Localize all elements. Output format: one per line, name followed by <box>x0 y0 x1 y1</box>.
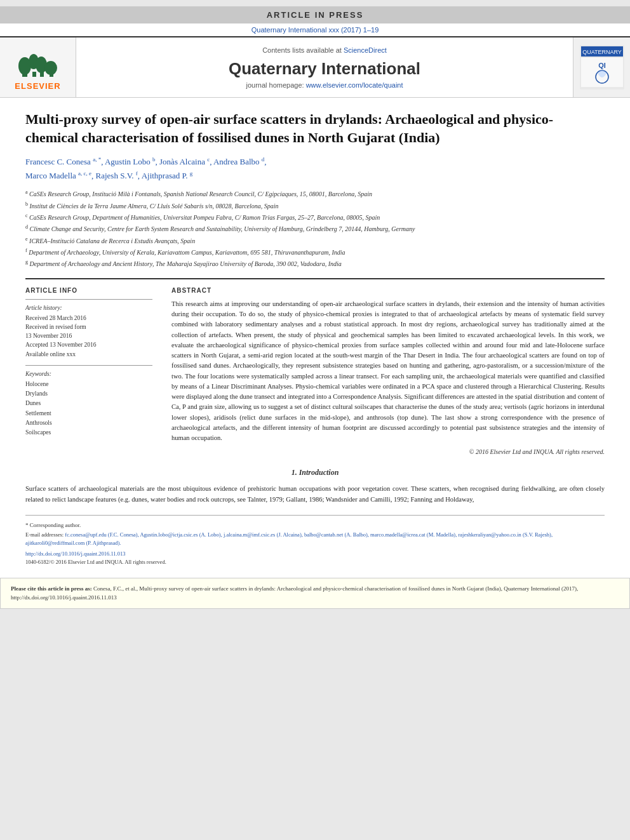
corresponding-author-note: * Corresponding author. <box>25 522 605 528</box>
keyword-soilscapes: Soilscapes <box>25 428 152 437</box>
article-in-press-banner: ARTICLE IN PRESS <box>0 6 630 23</box>
authors-line: Francesc C. Conesa a, *, Agustin Lobo b,… <box>25 154 605 182</box>
citation-bar-text: Conesa, F.C., et al., Multi-proxy survey… <box>11 585 578 601</box>
main-content: Multi-proxy survey of open-air surface s… <box>0 98 630 578</box>
homepage-url[interactable]: www.elsevier.com/locate/quaint <box>306 81 403 89</box>
affil-f: f Department of Archaeology, University … <box>25 247 605 257</box>
keywords-label: Keywords: <box>25 371 152 377</box>
page: ARTICLE IN PRESS Quaternary Internationa… <box>0 6 630 609</box>
journal-ref-text: Quaternary International xxx (2017) 1–19 <box>251 26 379 34</box>
affil-c: c CaSEs Research Group, Department of Hu… <box>25 212 605 222</box>
history-label: Article history: <box>25 305 152 311</box>
email-label: E-mail addresses: <box>25 531 64 538</box>
affiliations-block: a CaSEs Research Group, Institució Milà … <box>25 189 605 269</box>
citation-bar-label: Please cite this article in press as: <box>11 585 93 592</box>
keyword-anthrosols: Anthrosols <box>25 418 152 428</box>
introduction-section: 1. Introduction Surface scatters of arch… <box>25 468 605 505</box>
sciencedirect-link[interactable]: ScienceDirect <box>344 46 387 54</box>
author-rajesh: Rajesh S.V. f, <box>96 171 140 180</box>
issn-line: 1040-6182/© 2016 Elsevier Ltd and INQUA.… <box>25 559 605 565</box>
header-divider <box>25 278 605 279</box>
elsevier-tree-icon <box>16 44 60 79</box>
affil-b: b Institut de Ciències de la Terra Jaume… <box>25 201 605 211</box>
journal-center-block: Contents lists available at ScienceDirec… <box>76 37 573 97</box>
author-conesa: Francesc C. Conesa a, *, <box>25 157 103 166</box>
affil-d: d Climate Change and Security, Centre fo… <box>25 223 605 234</box>
affil-a: a CaSEs Research Group, Institució Milà … <box>25 189 605 199</box>
keyword-settlement: Settlement <box>25 409 152 418</box>
revised-date: 13 November 2016 <box>25 331 152 340</box>
qi-journal-logo-icon: QUATERNARY QI <box>580 45 624 90</box>
sciencedirect-line: Contents lists available at ScienceDirec… <box>262 46 387 54</box>
author-balbo: Andrea Balbo d, <box>213 157 267 166</box>
doi-line[interactable]: http://dx.doi.org/10.1016/j.quaint.2016.… <box>25 550 605 557</box>
article-info-label: ARTICLE INFO <box>25 287 152 294</box>
homepage-line: journal homepage: www.elsevier.com/locat… <box>246 81 403 89</box>
keywords-block: Keywords: Holocene Drylands Dunes Settle… <box>25 365 152 437</box>
available-online: Available online xxx <box>25 350 152 359</box>
copyright-line: © 2016 Elsevier Ltd and INQUA. All right… <box>171 448 605 455</box>
author-madella: Marco Madella a, c, e, <box>25 171 93 180</box>
abstract-label: ABSTRACT <box>171 287 605 294</box>
svg-rect-5 <box>32 72 36 77</box>
accepted-date: Accepted 13 November 2016 <box>25 340 152 349</box>
affil-g: g Department of Archaeology and Ancient … <box>25 258 605 269</box>
revised-label: Received in revised form <box>25 323 152 331</box>
abstract-column: ABSTRACT This research aims at improving… <box>171 287 605 456</box>
abstract-text: This research aims at improving our unde… <box>171 299 605 444</box>
author-ajithprasad: Ajithprasad P. g <box>142 171 193 180</box>
article-history-block: Article history: Received 28 March 2016 … <box>25 299 152 359</box>
received-date: Received 28 March 2016 <box>25 314 152 323</box>
elsevier-logo-block: ELSEVIER <box>0 37 76 97</box>
email-addresses-block: E-mail addresses: fc.conesa@upf.edu (F.C… <box>25 531 605 547</box>
author-lobo: Agustin Lobo b, <box>105 157 158 166</box>
citation-bar: Please cite this article in press as: Co… <box>0 578 630 609</box>
contents-available-text: Contents lists available at <box>262 46 342 54</box>
journal-title: Quaternary International <box>229 59 420 79</box>
article-title: Multi-proxy survey of open-air surface s… <box>25 110 605 147</box>
journal-reference: Quaternary International xxx (2017) 1–19 <box>0 23 630 36</box>
email-addresses-text: fc.conesa@upf.edu (F.C. Conesa), Agustin… <box>25 531 553 546</box>
author-alcaina: Jonàs Alcaina c, <box>159 157 211 166</box>
article-info-column: ARTICLE INFO Article history: Received 2… <box>25 287 152 456</box>
keyword-dunes: Dunes <box>25 399 152 408</box>
keyword-drylands: Drylands <box>25 389 152 399</box>
two-column-layout: ARTICLE INFO Article history: Received 2… <box>25 287 605 456</box>
svg-text:QI: QI <box>598 62 606 69</box>
svg-text:QUATERNARY: QUATERNARY <box>582 49 622 55</box>
affil-e: e ICREA–Institució Catalana de Recerca i… <box>25 236 605 246</box>
and-word: and <box>359 496 368 503</box>
homepage-label: journal homepage: <box>246 81 304 89</box>
section-title: Introduction <box>299 468 339 477</box>
journal-logo-right: QUATERNARY QI <box>573 37 630 97</box>
footnotes-block: * Corresponding author. E-mail addresses… <box>25 515 605 566</box>
elsevier-brand-text: ELSEVIER <box>15 81 60 91</box>
svg-point-4 <box>44 61 57 75</box>
keyword-holocene: Holocene <box>25 380 152 389</box>
introduction-title: 1. Introduction <box>25 468 605 477</box>
article-in-press-text: ARTICLE IN PRESS <box>267 10 364 20</box>
svg-rect-6 <box>40 72 44 77</box>
journal-header: ELSEVIER Contents lists available at Sci… <box>0 36 630 98</box>
svg-rect-7 <box>50 73 53 77</box>
introduction-text: Surface scatters of archaeological mater… <box>25 484 605 505</box>
section-number: 1. <box>292 468 297 477</box>
